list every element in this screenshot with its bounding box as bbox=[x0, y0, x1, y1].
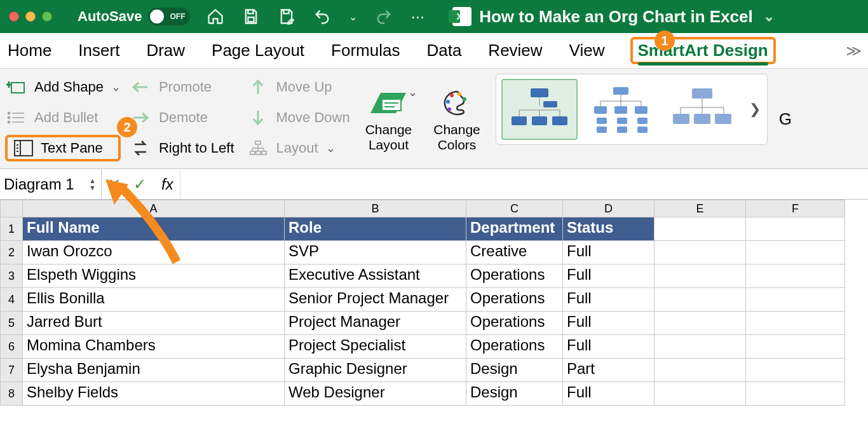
row-header[interactable]: 6 bbox=[0, 335, 23, 359]
cell[interactable] bbox=[654, 312, 746, 335]
cell[interactable]: Part bbox=[563, 359, 654, 382]
window-close-button[interactable] bbox=[9, 11, 19, 22]
cell[interactable]: Operations bbox=[466, 335, 563, 359]
col-header-f[interactable]: F bbox=[746, 200, 845, 217]
move-down-button[interactable]: Move Down bbox=[247, 104, 350, 131]
cell[interactable] bbox=[746, 359, 845, 382]
row-header[interactable]: 7 bbox=[0, 359, 23, 382]
cell[interactable] bbox=[746, 241, 845, 265]
tab-review[interactable]: Review bbox=[487, 38, 543, 63]
cell[interactable]: Ellis Bonilla bbox=[23, 288, 285, 312]
tab-formulas[interactable]: Formulas bbox=[330, 38, 401, 63]
col-header-d[interactable]: D bbox=[563, 200, 654, 217]
layout-thumb-1[interactable] bbox=[501, 79, 578, 140]
autosave-control[interactable]: AutoSave OFF bbox=[78, 8, 190, 25]
header-status[interactable]: Status bbox=[563, 217, 654, 241]
cell[interactable] bbox=[746, 217, 845, 241]
cell[interactable]: Full bbox=[563, 335, 654, 359]
cell[interactable]: Full bbox=[563, 382, 654, 406]
cell[interactable] bbox=[654, 265, 746, 288]
cell[interactable]: Creative bbox=[466, 241, 563, 265]
chevron-down-icon[interactable]: ⌄ bbox=[326, 141, 336, 155]
name-box[interactable]: Diagram 1 ▲▼ bbox=[0, 169, 102, 199]
tab-page-layout[interactable]: Page Layout bbox=[210, 38, 306, 63]
col-header-c[interactable]: C bbox=[466, 200, 563, 217]
header-role[interactable]: Role bbox=[285, 217, 466, 241]
cell[interactable] bbox=[746, 335, 845, 359]
cancel-icon[interactable]: ✕ bbox=[102, 175, 127, 193]
cell[interactable]: Full bbox=[563, 241, 654, 265]
row-header[interactable]: 3 bbox=[0, 265, 23, 288]
cell[interactable] bbox=[746, 265, 845, 288]
cell[interactable]: Senior Project Manager bbox=[285, 288, 466, 312]
cell[interactable] bbox=[746, 382, 845, 406]
cell[interactable]: Operations bbox=[466, 288, 563, 312]
right-to-left-button[interactable]: Right to Left bbox=[130, 135, 234, 161]
enter-icon[interactable]: ✓ bbox=[127, 175, 153, 193]
row-header[interactable]: 4 bbox=[0, 288, 23, 312]
cell[interactable]: Design bbox=[466, 382, 563, 406]
layout-thumb-3[interactable] bbox=[664, 79, 740, 140]
cell[interactable] bbox=[654, 217, 746, 241]
layout-button[interactable]: Layout ⌄ bbox=[247, 135, 350, 161]
ribbon-more-icon[interactable]: ≫ bbox=[846, 42, 862, 60]
add-bullet-button[interactable]: Add Bullet bbox=[5, 104, 121, 131]
col-header-b[interactable]: B bbox=[285, 200, 466, 217]
change-layout-button[interactable]: Change Layout ⌄ bbox=[359, 74, 419, 165]
cell[interactable]: Shelby Fields bbox=[23, 382, 285, 406]
col-header-e[interactable]: E bbox=[654, 200, 746, 217]
cell[interactable]: Operations bbox=[466, 312, 563, 335]
header-department[interactable]: Department bbox=[466, 217, 563, 241]
col-header-a[interactable]: A bbox=[23, 200, 285, 217]
undo-dropdown-icon[interactable]: ⌄ bbox=[349, 11, 357, 23]
cell[interactable]: Full bbox=[563, 265, 654, 288]
cell[interactable]: Project Specialist bbox=[285, 335, 466, 359]
promote-button[interactable]: Promote bbox=[130, 74, 234, 100]
select-all-corner[interactable] bbox=[0, 200, 23, 217]
cell[interactable]: Jarred Burt bbox=[23, 312, 285, 335]
change-colors-button[interactable]: Change Colors bbox=[427, 74, 487, 165]
cell[interactable] bbox=[746, 288, 845, 312]
tab-insert[interactable]: Insert bbox=[77, 38, 121, 63]
row-header[interactable]: 1 bbox=[0, 217, 23, 241]
home-icon[interactable] bbox=[207, 8, 224, 25]
formula-input[interactable] bbox=[180, 169, 868, 199]
cell[interactable]: Iwan Orozco bbox=[23, 241, 285, 265]
cell[interactable]: Elspeth Wiggins bbox=[23, 265, 285, 288]
window-minimize-button[interactable] bbox=[25, 11, 36, 22]
document-dropdown-icon[interactable]: ⌄ bbox=[763, 8, 775, 25]
chevron-down-icon[interactable]: ⌄ bbox=[408, 85, 417, 99]
cell[interactable] bbox=[654, 241, 746, 265]
cell[interactable]: Momina Chambers bbox=[23, 335, 285, 359]
tab-view[interactable]: View bbox=[568, 38, 606, 63]
cell[interactable]: SVP bbox=[285, 241, 466, 265]
gallery-next-icon[interactable]: ❯ bbox=[745, 101, 764, 118]
cell[interactable] bbox=[654, 359, 746, 382]
row-header[interactable]: 5 bbox=[0, 312, 23, 335]
save-as-icon[interactable] bbox=[278, 8, 295, 25]
move-up-button[interactable]: Move Up bbox=[247, 74, 350, 100]
undo-icon[interactable] bbox=[313, 8, 331, 25]
cell[interactable] bbox=[654, 288, 746, 312]
tab-draw[interactable]: Draw bbox=[145, 38, 186, 63]
cell[interactable] bbox=[746, 312, 845, 335]
window-zoom-button[interactable] bbox=[42, 11, 52, 22]
cell[interactable]: Graphic Designer bbox=[285, 359, 466, 382]
autosave-toggle[interactable]: OFF bbox=[148, 8, 190, 25]
demote-button[interactable]: Demote bbox=[130, 104, 234, 131]
name-box-steppers[interactable]: ▲▼ bbox=[89, 177, 96, 191]
more-commands-icon[interactable]: ··· bbox=[410, 7, 424, 27]
tab-data[interactable]: Data bbox=[425, 38, 463, 63]
cell[interactable]: Web Designer bbox=[285, 382, 466, 406]
cell[interactable] bbox=[654, 382, 746, 406]
chevron-down-icon[interactable]: ⌄ bbox=[111, 80, 121, 94]
fx-label[interactable]: fx bbox=[161, 175, 173, 193]
cell[interactable]: Full bbox=[563, 312, 654, 335]
cell[interactable]: Executive Assistant bbox=[285, 265, 466, 288]
document-title-area[interactable]: X How to Make an Org Chart in Excel ⌄ bbox=[452, 7, 775, 27]
tab-home[interactable]: Home bbox=[6, 38, 53, 63]
cell[interactable]: Operations bbox=[466, 265, 563, 288]
row-header[interactable]: 8 bbox=[0, 382, 23, 406]
tab-smartart-design[interactable]: SmartArt Design bbox=[630, 37, 776, 64]
cell[interactable]: Design bbox=[466, 359, 563, 382]
